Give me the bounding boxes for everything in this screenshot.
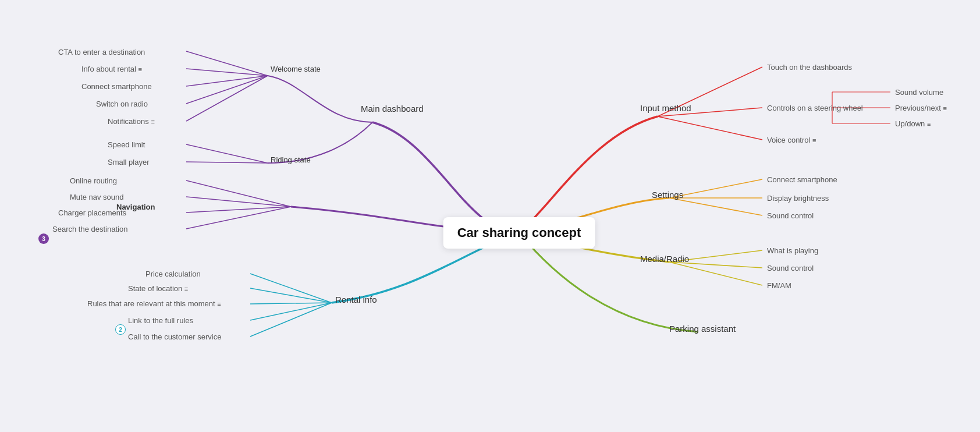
- svg-line-24: [669, 198, 762, 215]
- rental-info-label: Rental info: [335, 295, 377, 304]
- up-down-label: Up/down ≡: [895, 119, 931, 128]
- charger-placements-label: Charger placements: [58, 208, 126, 217]
- svg-line-17: [658, 108, 762, 116]
- svg-line-26: [669, 262, 762, 268]
- input-method-label: Input method: [640, 103, 691, 113]
- online-routing-label: Online routing: [70, 176, 117, 185]
- navigation-label: Navigation: [116, 203, 155, 211]
- svg-line-4: [186, 76, 268, 121]
- svg-line-1: [186, 69, 268, 76]
- svg-line-6: [186, 162, 268, 163]
- state-location-label: State of location ≡: [128, 284, 188, 293]
- touch-dashboards-label: Touch on the dashboards: [767, 63, 852, 72]
- svg-line-7: [186, 180, 291, 207]
- call-customer-label: Call to the customer service: [128, 332, 221, 341]
- svg-line-9: [186, 207, 291, 213]
- sound-volume-label: Sound volume: [895, 88, 943, 97]
- small-player-label: Small player: [108, 158, 150, 167]
- nav-badge: 3: [38, 233, 49, 244]
- fm-am-label: FM/AM: [767, 281, 791, 290]
- rules-relevant-label: Rules that are relevant at this moment ≡: [87, 299, 221, 308]
- settings-label: Settings: [652, 190, 683, 200]
- svg-line-14: [250, 303, 332, 320]
- media-radio-label: Media/Radio: [640, 254, 689, 264]
- svg-line-21: [658, 116, 762, 140]
- svg-line-27: [669, 262, 762, 285]
- parking-assistant-label: Parking assistant: [669, 324, 736, 334]
- svg-line-22: [669, 179, 762, 198]
- svg-line-25: [669, 250, 762, 262]
- riding-state-label: Riding state: [271, 155, 311, 164]
- voice-control-label: Voice control ≡: [767, 136, 816, 144]
- svg-line-11: [250, 274, 332, 303]
- sound-control-settings-label: Sound control: [767, 211, 814, 220]
- svg-line-12: [250, 288, 332, 303]
- mute-nav-label: Mute nav sound: [70, 193, 124, 201]
- svg-line-16: [658, 67, 762, 116]
- connect-smartphone-left-label: Connect smartphone: [81, 82, 152, 91]
- info-rental-label: Info about rental ≡: [81, 65, 142, 73]
- svg-line-0: [186, 51, 268, 76]
- notifications-label: Notifications ≡: [108, 117, 155, 126]
- switch-radio-label: Switch on radio: [96, 100, 148, 108]
- svg-line-3: [186, 76, 268, 104]
- controls-steering-label: Controls on a steering wheel: [767, 104, 863, 112]
- svg-line-8: [186, 197, 291, 207]
- connect-smartphone-right-label: Connect smartphone: [767, 175, 837, 184]
- svg-line-15: [250, 303, 332, 337]
- display-brightness-label: Display brightness: [767, 194, 829, 203]
- sound-control-media-label: Sound control: [767, 264, 814, 272]
- svg-line-5: [186, 144, 268, 163]
- main-dashboard-label: Main dashboard: [361, 104, 424, 114]
- price-calc-label: Price calculation: [145, 270, 201, 278]
- search-destination-label: Search the destination: [52, 225, 127, 233]
- svg-line-13: [250, 303, 332, 304]
- what-playing-label: What is playing: [767, 246, 818, 255]
- speed-limit-label: Speed limit: [108, 140, 145, 149]
- welcome-state-label: Welcome state: [271, 65, 321, 73]
- rental-badge: 2: [115, 324, 126, 335]
- svg-line-10: [186, 207, 291, 229]
- link-full-rules-label: Link to the full rules: [128, 316, 193, 325]
- svg-line-2: [186, 76, 268, 86]
- previous-next-label: Previous/next ≡: [895, 104, 947, 112]
- cta-label: CTA to enter a destination: [58, 48, 145, 56]
- center-node: Car sharing concept: [443, 217, 595, 249]
